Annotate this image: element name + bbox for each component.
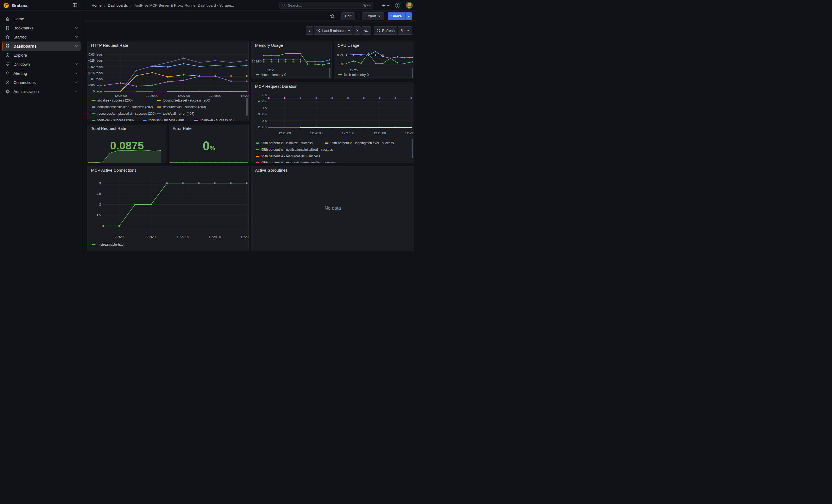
legend-item[interactable]: tools/list - success (200) xyxy=(143,117,184,121)
svg-text:0.015 req/s: 0.015 req/s xyxy=(88,71,103,75)
sidebar-item-administration[interactable]: Administration xyxy=(2,87,81,96)
mcp-active-connections-chart[interactable]: 32.521.5112:25:0012:26:0012:27:0012:28:0… xyxy=(88,166,249,250)
sidebar-item-label: Explore xyxy=(14,53,27,57)
edit-button[interactable]: Edit xyxy=(341,12,355,20)
refresh-interval-picker[interactable]: 5s xyxy=(398,26,412,35)
sidebar-item-dashboards[interactable]: Dashboards xyxy=(2,42,81,51)
chevron-down-icon[interactable] xyxy=(75,90,78,92)
sidebar-item-drilldown[interactable]: Drilldown xyxy=(2,60,81,69)
legend-item[interactable]: tools/call - error (404) xyxy=(157,111,194,116)
chevron-down-icon[interactable] xyxy=(75,45,78,47)
panel-memory-usage: Memory Usage 16 MiB12:25 fetch-telemetry… xyxy=(252,41,332,79)
refresh-button[interactable]: Refresh xyxy=(374,26,397,35)
chevron-down-icon xyxy=(378,16,381,17)
star-icon[interactable] xyxy=(330,14,335,19)
svg-text:12:27:00: 12:27:00 xyxy=(177,235,189,239)
search-input[interactable] xyxy=(288,3,361,7)
help-icon[interactable]: ? xyxy=(395,3,400,8)
svg-text:3.50 s: 3.50 s xyxy=(258,112,267,116)
svg-text:0.005 req/s: 0.005 req/s xyxy=(88,84,103,87)
zoom-out-button[interactable] xyxy=(362,26,371,35)
time-forward-button[interactable] xyxy=(354,26,361,35)
chevron-down-icon[interactable] xyxy=(75,72,78,74)
svg-text:16 MiB: 16 MiB xyxy=(252,60,262,63)
apps-icon xyxy=(5,44,10,48)
share-menu-button[interactable] xyxy=(405,12,412,20)
svg-text:12:26:00: 12:26:00 xyxy=(310,132,322,135)
legend-scrollbar[interactable] xyxy=(412,68,413,78)
breadcrumb-item[interactable]: Dashboards xyxy=(108,3,128,7)
legend-label: fetch-telemetry-0 xyxy=(344,73,369,77)
legend-label: resources/list - success (200) xyxy=(163,105,206,109)
legend-item[interactable]: initialize - success (200) xyxy=(92,98,133,103)
export-button[interactable]: Export xyxy=(362,12,384,20)
add-button[interactable] xyxy=(382,4,389,7)
legend-item[interactable]: resources/templates/list - success (200) xyxy=(92,111,155,116)
legend-item[interactable]: logging/setLevel - success (200) xyxy=(157,98,210,103)
share-split-button: Share xyxy=(388,12,412,20)
sidebar-item-label: Administration xyxy=(14,89,39,94)
panel-title[interactable]: Active Goroutines xyxy=(255,168,287,173)
legend-scrollbar[interactable] xyxy=(246,98,248,116)
svg-text:0.2%: 0.2% xyxy=(337,53,344,57)
chevron-down-icon[interactable] xyxy=(75,81,78,83)
legend-item[interactable]: - (streamable-http) xyxy=(92,242,125,247)
sidebar: HomeBookmarksStarredDashboardsExploreDri… xyxy=(0,11,83,252)
bookmark-icon xyxy=(5,26,10,30)
legend-item[interactable]: 95th percentile - initialize - success xyxy=(256,140,313,146)
svg-text:12:25:00: 12:25:00 xyxy=(279,132,291,135)
drilldown-icon xyxy=(5,62,10,67)
sidebar-item-home[interactable]: Home xyxy=(2,14,81,23)
sidebar-item-connections[interactable]: Connections xyxy=(2,78,81,87)
avatar[interactable] xyxy=(406,2,413,9)
search-input-box[interactable]: ⌘+k xyxy=(279,2,373,9)
legend-label: - (streamable-http) xyxy=(97,243,125,246)
legend-item[interactable]: 95th percentile - notifications/initiali… xyxy=(256,147,333,152)
legend-scrollbar[interactable] xyxy=(329,68,331,78)
svg-text:12:28:00: 12:28:00 xyxy=(209,235,221,239)
sidebar-item-label: Alerting xyxy=(14,71,27,76)
divider xyxy=(392,3,392,8)
refresh-icon xyxy=(376,29,380,32)
svg-text:12:27:00: 12:27:00 xyxy=(342,132,354,135)
legend-item[interactable]: 95th percentile - resources/list - succe… xyxy=(256,154,320,159)
legend-swatch xyxy=(92,113,96,114)
legend-swatch xyxy=(256,142,259,144)
legend-item[interactable]: unknown - success (200) xyxy=(194,117,236,121)
sidebar-item-alerting[interactable]: Alerting xyxy=(2,69,81,78)
legend-item[interactable]: fetch-telemetry-0 xyxy=(338,72,369,78)
chevron-down-icon[interactable] xyxy=(75,36,78,38)
chevron-down-icon[interactable] xyxy=(75,27,78,29)
chevron-down-icon[interactable] xyxy=(75,63,78,65)
legend-label: notifications/initialized - success (202… xyxy=(97,105,153,109)
sidebar-item-starred[interactable]: Starred xyxy=(2,32,81,42)
legend-item[interactable]: resources/list - success (200) xyxy=(157,104,206,110)
divider xyxy=(358,14,359,19)
gear-icon xyxy=(5,89,10,94)
chevron-down-icon xyxy=(387,5,389,6)
topbar-brand-area: Grafana xyxy=(0,0,83,11)
legend-swatch xyxy=(92,100,96,101)
legend-swatch xyxy=(92,244,96,245)
legend-swatch xyxy=(194,120,198,121)
legend-item[interactable]: tools/call - success (200) xyxy=(92,117,134,121)
breadcrumb-item[interactable]: Home xyxy=(92,3,102,7)
sidebar-toggle-icon[interactable] xyxy=(73,3,77,8)
grafana-logo[interactable] xyxy=(4,3,9,8)
time-back-button[interactable] xyxy=(306,26,313,35)
legend-item[interactable]: 95th percentile - resources/templates/li… xyxy=(256,160,335,163)
legend-item[interactable]: 95th percentile - logging/setLevel - suc… xyxy=(324,140,394,146)
share-button[interactable]: Share xyxy=(388,12,405,20)
sidebar-item-bookmarks[interactable]: Bookmarks xyxy=(2,23,81,32)
panel-error-rate: Error Rate 0% xyxy=(169,124,249,163)
time-range-picker[interactable]: Last 5 minutes xyxy=(314,26,353,35)
sidebar-item-explore[interactable]: Explore xyxy=(2,51,81,60)
legend-item[interactable]: fetch-telemetry-0 xyxy=(256,72,286,78)
legend-label: tools/call - success (200) xyxy=(97,118,134,121)
sidebar-item-label: Bookmarks xyxy=(14,26,33,30)
legend-label: fetch-telemetry-0 xyxy=(261,73,286,77)
legend-scrollbar[interactable] xyxy=(412,139,413,158)
legend-item[interactable]: notifications/initialized - success (202… xyxy=(92,104,153,110)
topbar: Grafana Home›Dashboards›ToolHive MCP Ser… xyxy=(0,0,416,11)
grafana-app: Grafana Home›Dashboards›ToolHive MCP Ser… xyxy=(0,0,416,252)
